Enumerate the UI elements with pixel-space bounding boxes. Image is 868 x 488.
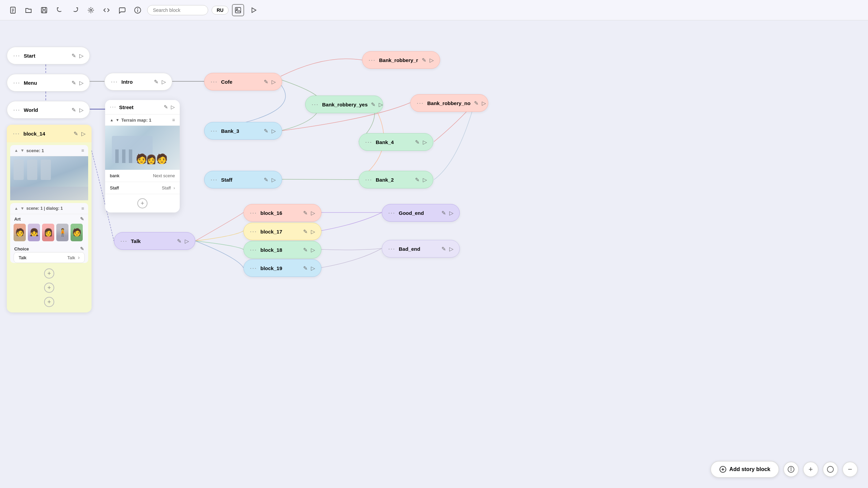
bank2-play-icon[interactable]: ▷ (423, 177, 427, 183)
street-dots[interactable]: ··· (110, 104, 116, 110)
bad-end-edit-icon[interactable]: ✎ (441, 246, 446, 252)
terrain-menu-icon[interactable]: ≡ (172, 117, 175, 123)
block14-play-icon[interactable]: ▷ (81, 130, 85, 137)
bank4-play-icon[interactable]: ▷ (423, 139, 427, 145)
info-ctrl-button[interactable] (783, 462, 799, 477)
scene1-triangle-up[interactable]: ▲ (14, 148, 18, 153)
block14-dots[interactable]: ··· (13, 130, 20, 137)
block17-dots[interactable]: ··· (250, 228, 257, 235)
bank-robbery-r-play-icon[interactable]: ▷ (430, 57, 434, 63)
scene1d-triangle-up[interactable]: ▲ (14, 206, 18, 211)
open-folder-icon[interactable] (22, 4, 35, 16)
bank4-edit-icon[interactable]: ✎ (415, 139, 419, 145)
image-view-icon[interactable] (232, 4, 244, 16)
bank-robbery-no-edit-icon[interactable]: ✎ (474, 100, 478, 106)
intro-edit-icon[interactable]: ✎ (154, 79, 158, 85)
start-edit-icon[interactable]: ✎ (72, 53, 76, 59)
scene1-menu-icon[interactable]: ≡ (81, 148, 84, 153)
bank3-edit-icon[interactable]: ✎ (264, 128, 268, 134)
world-dots[interactable]: ··· (13, 106, 20, 114)
add-button-1[interactable]: + (44, 268, 54, 279)
block19-play-icon[interactable]: ▷ (311, 265, 315, 271)
menu-dots[interactable]: ··· (13, 79, 20, 86)
bank-robbery-yes-play-icon[interactable]: ▷ (379, 101, 383, 108)
redo-icon[interactable] (69, 4, 81, 16)
good-end-play-icon[interactable]: ▷ (449, 210, 453, 216)
info-icon[interactable] (132, 4, 144, 16)
menu-edit-icon[interactable]: ✎ (72, 80, 76, 86)
terrain-tri-down[interactable]: ▼ (116, 118, 119, 122)
save-icon[interactable] (38, 4, 50, 16)
street-edit-icon[interactable]: ✎ (164, 104, 168, 110)
bank-robbery-r-edit-icon[interactable]: ✎ (422, 57, 426, 63)
menu-play-icon[interactable]: ▷ (79, 80, 83, 86)
cofe-edit-icon[interactable]: ✎ (264, 79, 268, 85)
staff-play-icon[interactable]: ▷ (272, 177, 276, 183)
intro-play-icon[interactable]: ▷ (162, 79, 166, 85)
comment-icon[interactable] (116, 4, 128, 16)
block19-edit-icon[interactable]: ✎ (303, 265, 308, 271)
world-play-icon[interactable]: ▷ (79, 107, 83, 113)
choice-talk-row[interactable]: Talk Talk › (14, 252, 85, 263)
talk-edit-icon[interactable]: ✎ (177, 238, 181, 244)
block18-dots[interactable]: ··· (250, 246, 257, 253)
staff-dots[interactable]: ··· (211, 176, 218, 183)
scene1-triangle-down[interactable]: ▼ (20, 148, 24, 153)
talk-dots[interactable]: ··· (120, 238, 127, 245)
fit-view-button[interactable] (823, 462, 838, 477)
add-story-button[interactable]: Add story block (710, 461, 779, 478)
world-edit-icon[interactable]: ✎ (72, 107, 76, 113)
staff-edit-icon[interactable]: ✎ (264, 177, 268, 183)
cofe-dots[interactable]: ··· (211, 78, 218, 85)
talk-play-icon[interactable]: ▷ (185, 238, 189, 244)
bank3-dots[interactable]: ··· (211, 127, 218, 135)
block19-dots[interactable]: ··· (250, 265, 257, 272)
good-end-dots[interactable]: ··· (388, 209, 395, 217)
bad-end-dots[interactable]: ··· (388, 245, 395, 252)
good-end-edit-icon[interactable]: ✎ (441, 210, 446, 216)
bank-scene-image: 🧑 👩 🧑 (105, 126, 180, 170)
bank-robbery-yes-dots[interactable]: ··· (312, 101, 319, 108)
bank3-play-icon[interactable]: ▷ (272, 128, 276, 134)
staff-row[interactable]: Staff Staff › (105, 182, 180, 194)
bank2-edit-icon[interactable]: ✎ (415, 177, 419, 183)
bank-robbery-no-dots[interactable]: ··· (417, 100, 424, 107)
block18-play-icon[interactable]: ▷ (311, 247, 315, 253)
bank-robbery-no-play-icon[interactable]: ▷ (482, 100, 486, 106)
scene1d-triangle-down[interactable]: ▼ (20, 206, 24, 211)
undo-icon[interactable] (54, 4, 66, 16)
bank2-dots[interactable]: ··· (365, 176, 372, 183)
art-edit-icon[interactable]: ✎ (80, 216, 84, 222)
settings-icon[interactable] (85, 4, 97, 16)
language-button[interactable]: RU (212, 6, 229, 15)
bad-end-play-icon[interactable]: ▷ (449, 246, 453, 252)
start-dots[interactable]: ··· (13, 52, 20, 59)
block17-edit-icon[interactable]: ✎ (303, 228, 308, 235)
cofe-play-icon[interactable]: ▷ (272, 79, 276, 85)
block14-edit-icon[interactable]: ✎ (74, 130, 78, 137)
block18-edit-icon[interactable]: ✎ (303, 247, 308, 253)
code-icon[interactable] (100, 4, 113, 16)
block16-dots[interactable]: ··· (250, 209, 257, 217)
block16-play-icon[interactable]: ▷ (311, 210, 315, 216)
street-add-button[interactable]: + (137, 198, 147, 208)
bank-robbery-r-dots[interactable]: ··· (369, 57, 376, 64)
block17-play-icon[interactable]: ▷ (311, 228, 315, 235)
bank4-dots[interactable]: ··· (365, 139, 372, 146)
search-input[interactable] (147, 5, 208, 15)
add-button-3[interactable]: + (44, 297, 54, 307)
add-button-2[interactable]: + (44, 283, 54, 293)
bank-robbery-yes-edit-icon[interactable]: ✎ (371, 101, 375, 108)
play-icon[interactable] (248, 4, 260, 16)
street-play-icon[interactable]: ▷ (171, 104, 175, 110)
new-file-icon[interactable] (7, 4, 19, 16)
zoom-out-button[interactable]: − (842, 462, 858, 477)
terrain-tri-up[interactable]: ▲ (110, 118, 114, 122)
choice-edit-icon[interactable]: ✎ (80, 246, 84, 251)
scene1d-menu-icon[interactable]: ≡ (81, 206, 84, 211)
start-play-icon[interactable]: ▷ (79, 53, 83, 59)
world-node: ··· World ✎ ▷ (7, 101, 90, 119)
intro-dots[interactable]: ··· (111, 78, 118, 85)
zoom-in-button[interactable]: + (803, 462, 818, 477)
block16-edit-icon[interactable]: ✎ (303, 210, 308, 216)
